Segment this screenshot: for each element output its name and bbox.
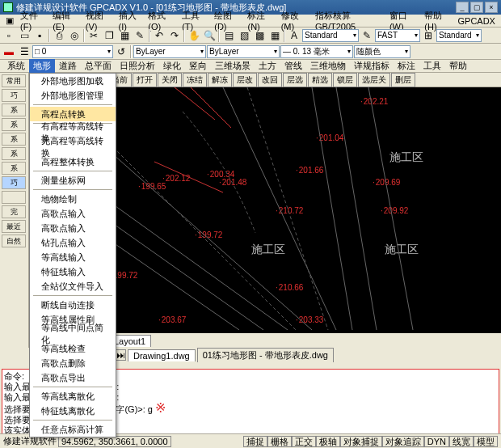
app-menu-10[interactable]: 三维地物: [306, 59, 350, 73]
status-cell-5[interactable]: 对象追踪: [382, 436, 424, 447]
menu-app[interactable]: GPCADX: [456, 16, 498, 26]
menu-item-29[interactable]: 任意点标高计算: [30, 422, 116, 437]
layer-btn-12[interactable]: 锁层: [333, 73, 357, 87]
new-icon[interactable]: ▫: [2, 28, 16, 43]
left-btn-2[interactable]: 系: [2, 104, 26, 116]
layer-btn-14[interactable]: 删层: [391, 73, 415, 87]
zoom-icon[interactable]: 🔍: [202, 28, 217, 43]
menu-item-16[interactable]: 特征线输入: [30, 264, 116, 279]
layer-btn-9[interactable]: 改回: [258, 73, 282, 87]
app-menu-5[interactable]: 绿化: [159, 59, 185, 73]
std2-dropdown[interactable]: Standard: [436, 29, 482, 42]
left-btn-7[interactable]: 巧: [2, 176, 26, 189]
layer-mgr-icon[interactable]: ☰: [17, 44, 32, 59]
style-dropdown[interactable]: Standard: [302, 29, 359, 42]
left-btn-1[interactable]: 巧: [2, 89, 26, 102]
menu-item-6[interactable]: 无高程等高线转换: [30, 140, 116, 154]
design-icon[interactable]: ▧: [237, 28, 251, 43]
color-dropdown[interactable]: ByLayer: [133, 45, 206, 58]
menu-item-1[interactable]: 外部地形图管理: [30, 88, 116, 103]
menu-item-3[interactable]: 高程点转换: [30, 107, 116, 121]
red-layer-icon[interactable]: ▬: [2, 44, 16, 59]
prev-layer-icon[interactable]: ↺: [114, 44, 128, 59]
dim-icon[interactable]: A: [287, 28, 301, 43]
layer-btn-13[interactable]: 选层关: [358, 73, 390, 87]
menu-item-12[interactable]: 高歌点输入: [30, 206, 116, 221]
menu-item-14[interactable]: 钻孔点输入: [30, 235, 116, 250]
menu-item-21[interactable]: 等高线中间点简化: [30, 327, 116, 341]
ltype-dropdown[interactable]: ByLayer: [207, 45, 280, 58]
menu-item-11[interactable]: 地物绘制: [30, 192, 116, 206]
app-menu-14[interactable]: 帮助: [445, 59, 471, 73]
left-btn-4[interactable]: 系: [2, 133, 26, 146]
app-menu-7[interactable]: 三维场景: [211, 59, 255, 73]
props-icon[interactable]: ▤: [221, 28, 236, 43]
pan-icon[interactable]: ✋: [187, 28, 201, 43]
layer-btn-11[interactable]: 精选: [308, 73, 332, 87]
left-btn-10[interactable]: 最近: [2, 220, 26, 233]
status-cell-8[interactable]: 模型: [474, 436, 498, 447]
layer-btn-4[interactable]: 打开: [133, 73, 157, 87]
app-menu-8[interactable]: 土方: [255, 59, 280, 73]
layer-btn-8[interactable]: 层改: [233, 73, 257, 87]
menu-item-0[interactable]: 外部地形图加载: [30, 74, 116, 88]
status-cell-1[interactable]: 栅格: [267, 436, 292, 447]
redo-icon[interactable]: ↷: [167, 28, 182, 43]
app-menu-icon[interactable]: ▣: [3, 15, 16, 26]
tool-icon[interactable]: ▦: [267, 28, 282, 43]
close-button[interactable]: ×: [485, 2, 498, 13]
minimize-button[interactable]: _: [456, 2, 469, 13]
menu-item-27[interactable]: 特征线离散化: [30, 404, 116, 418]
status-cell-2[interactable]: 正交: [292, 436, 316, 447]
app-menu-1[interactable]: 地形: [29, 59, 55, 73]
app-menu-0[interactable]: 系统: [3, 59, 29, 73]
block-icon[interactable]: ▩: [252, 28, 267, 43]
preview-icon[interactable]: ◎: [67, 28, 82, 43]
undo-icon[interactable]: ↶: [152, 28, 166, 43]
status-cell-4[interactable]: 对象捕捉: [340, 436, 382, 447]
left-btn-9[interactable]: 完: [2, 205, 26, 218]
style-icon[interactable]: ✎: [360, 28, 374, 43]
app-menu-2[interactable]: 道路: [55, 59, 81, 73]
doc-tab-1[interactable]: Drawing1.dwg: [128, 349, 196, 361]
status-cell-0[interactable]: 捕捉: [243, 436, 267, 447]
fast-dropdown[interactable]: FAST: [375, 29, 420, 42]
doc-tab-2[interactable]: 01练习地形图 - 带地形表皮.dwg: [197, 348, 334, 362]
left-btn-5[interactable]: 系: [2, 147, 26, 160]
layer-dropdown[interactable]: □ 0: [32, 45, 113, 58]
left-btn-0[interactable]: 常用: [2, 74, 26, 87]
menu-item-24[interactable]: 高歌点导出: [30, 370, 116, 385]
app-menu-13[interactable]: 工具: [419, 59, 445, 73]
layer-btn-7[interactable]: 解冻: [208, 73, 232, 87]
menu-item-26[interactable]: 等高线离散化: [30, 389, 116, 404]
app-menu-12[interactable]: 标注: [394, 59, 419, 73]
status-cell-3[interactable]: 极轴: [316, 436, 340, 447]
doc-last-button[interactable]: ⏭: [115, 349, 126, 361]
app-menu-11[interactable]: 详规指标: [350, 59, 394, 73]
menu-item-13[interactable]: 高歌点输入: [30, 221, 116, 235]
menu-item-19[interactable]: 断线自动连接: [30, 298, 116, 312]
app-menu-3[interactable]: 总平面: [81, 59, 116, 73]
app-menu-9[interactable]: 管线: [280, 59, 306, 73]
app-menu-4[interactable]: 日照分析: [116, 59, 159, 73]
menu-item-9[interactable]: 测量坐标网: [30, 173, 116, 188]
open-icon[interactable]: ▭: [17, 28, 32, 43]
left-btn-11[interactable]: 自然: [2, 235, 26, 247]
left-btn-6[interactable]: 系: [2, 162, 26, 175]
cut-icon[interactable]: ✂: [86, 28, 101, 43]
status-cell-6[interactable]: DYN: [424, 436, 449, 447]
left-btn-3[interactable]: 系: [2, 118, 26, 131]
menu-item-23[interactable]: 高歌点删除: [30, 356, 116, 370]
left-btn-8[interactable]: [2, 191, 26, 204]
layer-btn-10[interactable]: 层选: [283, 73, 307, 87]
maximize-button[interactable]: ▢: [470, 2, 483, 13]
layer-btn-5[interactable]: 关闭: [158, 73, 182, 87]
lweight-dropdown[interactable]: — 0. 13 毫米: [280, 45, 353, 58]
paste-icon[interactable]: ▦: [117, 28, 132, 43]
plot-dropdown[interactable]: 随颜色: [354, 45, 410, 58]
menu-item-17[interactable]: 全站仪文件导入: [30, 279, 116, 294]
match-icon[interactable]: ✎: [133, 28, 147, 43]
save-icon[interactable]: ▪: [32, 28, 47, 43]
table-icon[interactable]: ⊞: [421, 28, 436, 43]
print-icon[interactable]: ⎙: [52, 28, 66, 43]
